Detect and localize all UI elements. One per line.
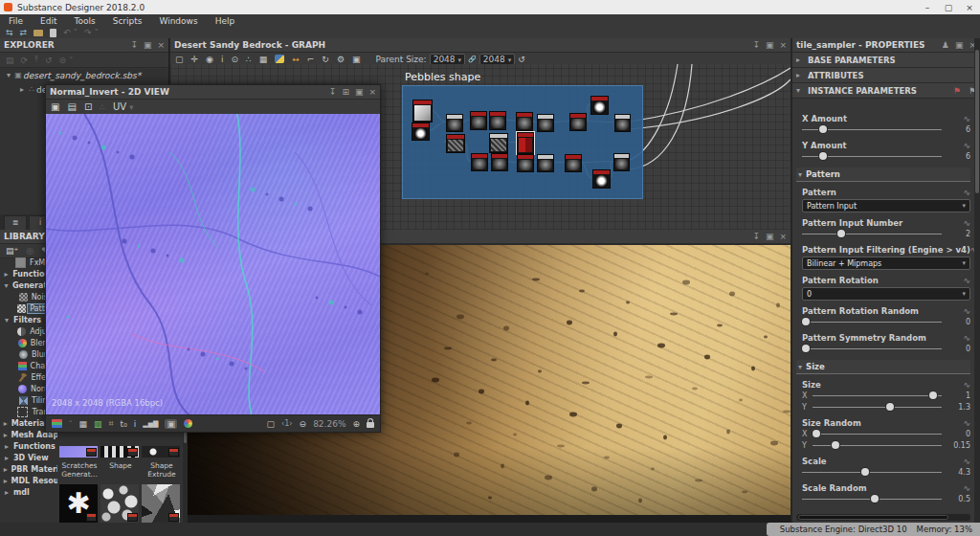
rgb-filter-icon[interactable]: ▥ (94, 419, 102, 429)
slider-knob[interactable] (861, 468, 869, 476)
slider-track[interactable] (813, 428, 942, 439)
float-icon[interactable]: ▣ (766, 230, 774, 243)
slider-track[interactable] (802, 343, 942, 354)
chevron-icon[interactable]: ▸ (796, 56, 804, 64)
properties-hscrollbar[interactable] (796, 514, 970, 521)
graph-node[interactable] (537, 114, 554, 132)
channels-dropdown-icon[interactable]: ˅ (69, 420, 73, 428)
close-icon[interactable]: × (779, 230, 787, 243)
preset-flag-icon[interactable]: ⚑ (953, 86, 961, 96)
function-icon[interactable]: ∿ (963, 418, 970, 428)
dropdown[interactable]: Pattern Input (802, 199, 970, 212)
chevron-down-icon[interactable]: ▾ (4, 71, 13, 79)
graph-node[interactable] (565, 154, 582, 172)
menu-edit[interactable]: Edit (32, 16, 65, 26)
function-icon[interactable]: ∿ (963, 306, 970, 316)
package-row[interactable]: ▾ ▣ desert_sandy_bedrock.sbs* (0, 68, 168, 82)
minimize-icon[interactable]: – (917, 3, 938, 12)
close-icon[interactable]: × (368, 85, 376, 99)
graph-node[interactable] (446, 114, 463, 132)
slider-knob[interactable] (802, 345, 810, 352)
panel-icon[interactable]: ▦ (259, 55, 268, 64)
sync-icon[interactable]: ⟳ (21, 56, 29, 65)
slider-knob[interactable] (802, 318, 810, 325)
slider-knob[interactable] (813, 430, 820, 437)
function-icon[interactable]: ∿ (963, 510, 970, 511)
info-icon[interactable]: i (134, 419, 137, 429)
thumbnail-partial[interactable] (100, 446, 139, 458)
reset-size-icon[interactable]: ↺ (518, 55, 525, 64)
open-file-icon[interactable] (33, 30, 43, 36)
subsection-size[interactable]: ▾Size (796, 360, 970, 374)
subsection-pattern[interactable]: ▾Pattern (796, 168, 970, 182)
chevron-icon[interactable]: ▸ (2, 431, 9, 439)
chevron-icon[interactable]: ▸ (796, 71, 804, 79)
lock-icon[interactable] (367, 422, 374, 428)
graph-node[interactable] (592, 169, 611, 189)
dropdown[interactable]: Bilinear + Mipmaps (802, 257, 970, 270)
link-right-icon[interactable]: ⇄ (20, 28, 28, 37)
image-view-icon[interactable]: ▣ (165, 419, 177, 429)
slider-track[interactable] (813, 390, 942, 401)
thumbnail-shape-splatter[interactable] (100, 484, 139, 523)
close-icon[interactable]: × (157, 38, 165, 52)
new-file-icon[interactable] (50, 29, 56, 37)
section-instance-parameters[interactable]: ▾INSTANCE PARAMETERS⚑⚑ (792, 83, 980, 99)
chevron-icon[interactable]: ▸ (2, 270, 11, 279)
function-icon[interactable]: ∿ (963, 333, 970, 343)
frame-fit-icon[interactable]: ▢ (175, 55, 184, 64)
zoom-out-icon[interactable]: ⊖ (300, 419, 307, 429)
function-icon[interactable]: ∿ (963, 457, 970, 466)
info-icon[interactable]: i (221, 55, 224, 64)
graph-node[interactable] (489, 111, 506, 130)
function-icon[interactable]: ∿ (963, 114, 970, 123)
slider-track[interactable] (802, 493, 942, 504)
graph-node[interactable] (471, 153, 488, 171)
slider-knob[interactable] (837, 230, 845, 237)
slider-track[interactable] (802, 466, 942, 478)
slider-track[interactable] (813, 401, 942, 413)
copy-icon[interactable]: ⊡ (84, 101, 92, 112)
graph-node[interactable] (614, 114, 631, 132)
graph-node[interactable] (613, 153, 630, 171)
library-item-mdl-resour[interactable]: ▸MDL Resour... (0, 475, 57, 486)
chevron-icon[interactable]: ▸ (2, 465, 9, 474)
chevron-icon[interactable]: ▸ (2, 419, 10, 428)
chevron-icon[interactable]: ▾ (2, 281, 11, 290)
slider-track[interactable] (802, 150, 942, 162)
link-icon[interactable]: ∴ (100, 102, 105, 112)
chevron-icon[interactable]: ▸ (2, 488, 11, 497)
reload-icon[interactable]: ↺ (45, 56, 53, 65)
dock-icon[interactable]: ↧ (130, 38, 138, 52)
save-icon[interactable]: ▤ (67, 101, 76, 112)
image-icon[interactable]: ▣ (51, 101, 59, 112)
graph-node[interactable] (517, 154, 534, 172)
graph-node[interactable] (470, 111, 487, 130)
thumbnail-shape-splatter-2[interactable] (142, 484, 180, 523)
rotate-icon[interactable]: ↻ (322, 55, 329, 64)
float-icon[interactable]: ▣ (766, 38, 774, 52)
elbow-icon[interactable]: ⌐ (307, 55, 315, 64)
library-item-3d-view[interactable]: ▸3D View (0, 452, 57, 463)
function-icon[interactable]: ∿ (963, 188, 970, 197)
size-height-dropdown[interactable]: 2048 (479, 54, 515, 65)
menu-file[interactable]: File (0, 16, 32, 26)
zoom-in-icon[interactable]: ⊕ (352, 419, 360, 429)
chevron-icon[interactable]: ▸ (2, 442, 11, 451)
slider-knob[interactable] (819, 152, 827, 160)
graph-node[interactable] (489, 133, 508, 153)
section-base-parameters[interactable]: ▸BASE PARAMETERS (792, 53, 980, 68)
library-item-functions[interactable]: ▸Functions (0, 440, 57, 452)
slider-knob[interactable] (929, 391, 937, 399)
graph-node[interactable] (446, 134, 465, 153)
library-item-pbr-materials[interactable]: ▸PBR Materials (0, 463, 57, 475)
channels-icon[interactable] (52, 419, 62, 428)
python-icon[interactable] (275, 55, 284, 63)
fit-view-icon[interactable]: ▢ (267, 419, 276, 429)
tab-library-icon[interactable]: ≣ (4, 215, 27, 230)
graph-node[interactable] (569, 113, 587, 131)
colorspace-icon[interactable] (184, 419, 192, 428)
add-library-icon[interactable]: ▤⁺ (6, 246, 18, 256)
slider-track[interactable] (802, 123, 942, 135)
dock-icon[interactable]: ↧ (752, 38, 760, 52)
